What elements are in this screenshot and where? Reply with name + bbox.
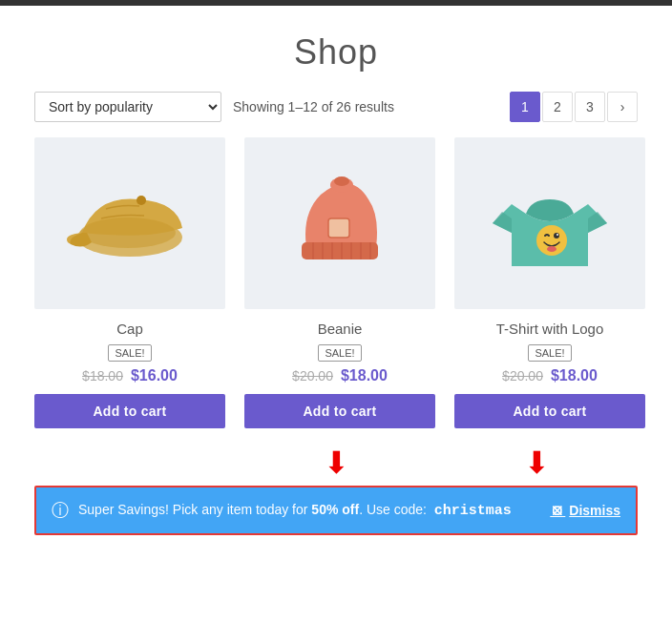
product-image-cap xyxy=(34,137,225,309)
notification-bar: ⓘ Super Savings! Pick any item today for… xyxy=(34,486,638,535)
arrows-row: ⬇ ⬇ xyxy=(0,447,672,478)
product-name-tshirt: T-Shirt with Logo xyxy=(496,321,604,337)
page-btn-1[interactable]: 1 xyxy=(510,92,540,122)
page-btn-next[interactable]: › xyxy=(607,92,638,122)
pagination: 1 2 3 › xyxy=(510,92,638,122)
product-name-beanie: Beanie xyxy=(318,321,363,337)
add-to-cart-tshirt[interactable]: Add to cart xyxy=(454,394,645,428)
info-icon: ⓘ xyxy=(52,499,69,522)
products-grid: Cap SALE! $18.00 $16.00 Add to cart xyxy=(0,137,672,447)
svg-point-13 xyxy=(334,176,349,186)
price-sale-cap: $16.00 xyxy=(131,367,178,384)
price-original-beanie: $20.00 xyxy=(292,368,333,384)
price-row-beanie: $20.00 $18.00 xyxy=(292,367,388,384)
product-name-cap: Cap xyxy=(116,321,143,337)
red-arrow-2: ⬇ xyxy=(524,447,550,478)
svg-point-1 xyxy=(80,218,176,248)
discount-text: 50% off xyxy=(311,502,359,517)
price-sale-beanie: $18.00 xyxy=(341,367,388,384)
svg-point-16 xyxy=(556,234,558,236)
arrow-spacer-3: ⬇ xyxy=(436,447,638,478)
price-row-cap: $18.00 $16.00 xyxy=(82,367,178,384)
dismiss-icon: ⦻ xyxy=(550,502,565,519)
price-original-cap: $18.00 xyxy=(82,368,123,384)
dismiss-button[interactable]: ⦻ Dismiss xyxy=(550,502,620,519)
product-image-beanie xyxy=(244,137,435,309)
page-btn-2[interactable]: 2 xyxy=(542,92,573,122)
price-original-tshirt: $20.00 xyxy=(502,368,543,384)
toolbar: Sort by popularity Sort by latest Sort b… xyxy=(0,92,672,137)
price-sale-tshirt: $18.00 xyxy=(551,367,598,384)
promo-code: christmas xyxy=(434,503,512,519)
product-card-tshirt: T-Shirt with Logo SALE! $20.00 $18.00 Ad… xyxy=(454,137,645,428)
product-card-beanie: Beanie SALE! $20.00 $18.00 Add to cart xyxy=(244,137,435,428)
sale-badge-beanie: SALE! xyxy=(318,344,361,362)
arrow-spacer-2: ⬇ xyxy=(236,447,437,478)
sort-select[interactable]: Sort by popularity Sort by latest Sort b… xyxy=(34,92,221,122)
add-to-cart-cap[interactable]: Add to cart xyxy=(34,394,225,428)
svg-point-2 xyxy=(136,196,146,205)
page-title: Shop xyxy=(0,6,672,92)
product-image-tshirt xyxy=(454,137,645,309)
price-row-tshirt: $20.00 $18.00 xyxy=(502,367,598,384)
sale-badge-tshirt: SALE! xyxy=(528,344,571,362)
page-btn-3[interactable]: 3 xyxy=(575,92,605,122)
sale-badge-cap: SALE! xyxy=(108,344,151,362)
add-to-cart-beanie[interactable]: Add to cart xyxy=(244,394,435,428)
svg-rect-4 xyxy=(328,218,349,238)
toolbar-left: Sort by popularity Sort by latest Sort b… xyxy=(34,92,394,122)
red-arrow-1: ⬇ xyxy=(324,447,349,478)
arrow-spacer-1 xyxy=(34,447,236,478)
svg-point-15 xyxy=(554,233,559,238)
product-card-cap: Cap SALE! $18.00 $16.00 Add to cart xyxy=(34,137,225,428)
svg-point-17 xyxy=(547,246,556,252)
results-text: Showing 1–12 of 26 results xyxy=(233,99,394,114)
notification-text: Super Savings! Pick any item today for 5… xyxy=(78,502,540,519)
dismiss-label: Dismiss xyxy=(569,503,620,518)
